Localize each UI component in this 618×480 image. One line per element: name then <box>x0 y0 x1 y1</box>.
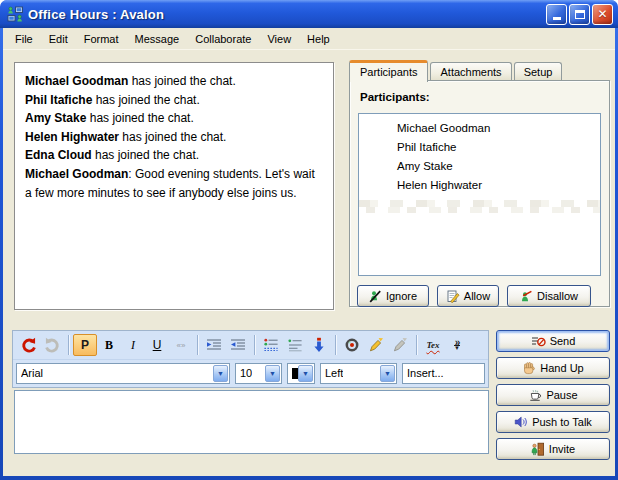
toolbar-separator <box>254 335 255 355</box>
paragraph-marks-button[interactable] <box>259 334 283 356</box>
minimize-button[interactable] <box>546 4 567 25</box>
eyedropper-icon <box>392 337 408 353</box>
chat-sender: Amy Stake <box>25 111 86 125</box>
redo-button[interactable] <box>40 334 64 356</box>
menu-message[interactable]: Message <box>127 30 188 48</box>
maximize-button[interactable] <box>569 4 590 25</box>
underline-button[interactable]: U <box>145 334 169 356</box>
hand-up-button[interactable]: Hand Up <box>496 357 610 379</box>
chat-transcript[interactable]: Michael Goodman has joined the chat. Phi… <box>14 62 334 310</box>
tab-strip: Participants Attachments Setup <box>349 59 564 81</box>
send-button[interactable]: Send <box>496 330 610 352</box>
chat-message: Helen Highwater has joined the chat. <box>25 128 323 147</box>
alignment-value: Left <box>325 367 343 379</box>
eyedropper-button[interactable] <box>388 334 412 356</box>
italic-icon: I <box>131 338 135 353</box>
app-body: File Edit Format Message Collaborate Vie… <box>3 28 615 476</box>
menu-help[interactable]: Help <box>299 30 338 48</box>
insert-select[interactable]: Insert... <box>402 363 485 384</box>
close-button[interactable]: ✕ <box>592 4 613 25</box>
participant-item[interactable]: Phil Itafiche <box>359 138 600 156</box>
toolbar-row-icons: P B I U «» <box>13 331 488 359</box>
chat-sender: Helen Highwater <box>25 130 119 144</box>
font-color-select[interactable]: ▼ <box>287 363 315 384</box>
participant-item[interactable]: Amy Stake <box>359 157 600 175</box>
indent-decrease-icon <box>230 337 246 353</box>
bold-button[interactable]: B <box>97 334 121 356</box>
hand-icon <box>522 361 536 375</box>
render-artifact <box>359 200 600 207</box>
action-button-column: Send Hand Up <box>496 330 610 460</box>
message-input[interactable] <box>14 390 489 454</box>
insert-value: Insert... <box>407 367 444 379</box>
allow-button[interactable]: Allow <box>437 285 499 307</box>
render-artifact <box>359 207 600 213</box>
menu-file[interactable]: File <box>7 30 41 48</box>
menu-collaborate[interactable]: Collaborate <box>187 30 259 48</box>
participants-list[interactable]: Michael Goodman Phil Itafiche Amy Stake … <box>358 113 601 276</box>
title-bar[interactable]: Office Hours : Avalon ✕ <box>0 0 618 28</box>
chat-message: Edna Cloud has joined the chat. <box>25 146 323 165</box>
menu-format[interactable]: Format <box>76 30 127 48</box>
participants-heading: Participants: <box>360 91 430 103</box>
toolbar-overflow-icon: » ▼ <box>454 340 460 351</box>
highlighter-button[interactable] <box>364 334 388 356</box>
disallow-button[interactable]: Disallow <box>507 285 591 307</box>
font-family-value: Arial <box>21 367 43 379</box>
bullet-list-button[interactable] <box>283 334 307 356</box>
chat-message: Michael Goodman: Good evening students. … <box>25 165 323 202</box>
move-down-button[interactable] <box>307 334 331 356</box>
paragraph-style-toggle[interactable]: P <box>73 334 97 356</box>
bold-icon: B <box>105 338 113 353</box>
chevron-down-icon[interactable]: ▼ <box>298 365 313 382</box>
menu-view[interactable]: View <box>259 30 299 48</box>
participant-item[interactable]: Michael Goodman <box>359 119 600 137</box>
font-size-select[interactable]: 10 ▼ <box>235 363 282 384</box>
tab-participants[interactable]: Participants <box>349 60 428 82</box>
font-family-select[interactable]: Arial ▼ <box>16 363 230 384</box>
tab-setup[interactable]: Setup <box>514 62 563 81</box>
chat-text: has joined the chat. <box>92 148 199 162</box>
pause-button[interactable]: Pause <box>496 384 610 406</box>
ignore-label: Ignore <box>386 290 417 302</box>
chevron-down-icon[interactable]: ▼ <box>265 365 280 382</box>
disallow-label: Disallow <box>537 290 578 302</box>
maximize-icon <box>575 10 585 19</box>
push-to-talk-button[interactable]: Push to Talk <box>496 411 610 433</box>
toolbar-overflow-button[interactable]: » ▼ <box>445 334 469 356</box>
allow-label: Allow <box>464 290 490 302</box>
allow-pencil-icon <box>446 290 460 303</box>
chevron-down-icon[interactable]: ▼ <box>380 365 395 382</box>
alignment-select[interactable]: Left ▼ <box>320 363 397 384</box>
chat-message: Amy Stake has joined the chat. <box>25 109 323 128</box>
chat-text: has joined the chat. <box>128 74 235 88</box>
italic-button[interactable]: I <box>121 334 145 356</box>
chat-sender: Edna Cloud <box>25 148 92 162</box>
menu-bar: File Edit Format Message Collaborate Vie… <box>3 28 615 49</box>
menu-edit[interactable]: Edit <box>41 30 76 48</box>
record-button[interactable] <box>340 334 364 356</box>
pause-label: Pause <box>546 389 577 401</box>
participant-item[interactable]: Helen Highwater <box>359 176 600 194</box>
app-window: Office Hours : Avalon ✕ File Edit Format… <box>0 0 618 480</box>
app-icon <box>7 6 24 23</box>
symbol-button[interactable]: «» <box>169 334 193 356</box>
send-icon <box>531 335 546 348</box>
indent-increase-button[interactable] <box>202 334 226 356</box>
redo-icon <box>44 337 61 354</box>
underline-icon: U <box>153 338 162 352</box>
chat-message: Michael Goodman has joined the chat. <box>25 72 323 91</box>
invite-button[interactable]: Invite <box>496 438 610 460</box>
chevron-down-icon[interactable]: ▼ <box>213 365 228 382</box>
move-down-icon <box>311 337 327 353</box>
ignore-button[interactable]: Ignore <box>357 285 429 307</box>
window-title: Office Hours : Avalon <box>28 7 544 22</box>
tab-attachments[interactable]: Attachments <box>430 62 511 81</box>
symbol-icon: «» <box>177 341 186 350</box>
paragraph-icon: P <box>81 338 89 352</box>
undo-button[interactable] <box>16 334 40 356</box>
speaker-icon <box>514 415 528 429</box>
indent-decrease-button[interactable] <box>226 334 250 356</box>
invite-label: Invite <box>549 443 575 455</box>
spellcheck-button[interactable]: Tex <box>421 334 445 356</box>
